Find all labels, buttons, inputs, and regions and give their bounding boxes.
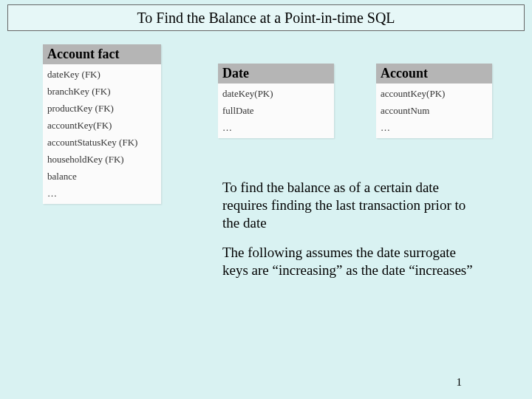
table-account: Account accountKey(PK) accountNum … (376, 64, 492, 138)
table-header-date: Date (218, 64, 334, 83)
table-rows-fact: dateKey (FK) branchKey (FK) productKey (… (43, 64, 161, 204)
table-account-fact: Account fact dateKey (FK) branchKey (FK)… (43, 44, 161, 204)
paragraph-2: The following assumes the date surrogate… (222, 244, 481, 279)
table-rows-date: dateKey(PK) fullDate … (218, 83, 334, 138)
table-row: accountKey(PK) (381, 88, 488, 100)
table-row: fullDate (222, 105, 330, 117)
table-row: dateKey (FK) (47, 69, 157, 81)
paragraph-1: To find the balance as of a certain date… (222, 179, 481, 231)
table-row: dateKey(PK) (222, 88, 330, 100)
table-rows-account: accountKey(PK) accountNum … (376, 83, 492, 138)
table-row: branchKey (FK) (47, 86, 157, 98)
table-row: balance (47, 171, 157, 183)
table-row: accountStatusKey (FK) (47, 137, 157, 149)
table-row: householdKey (FK) (47, 154, 157, 166)
table-row: … (381, 122, 488, 134)
table-row: … (222, 122, 330, 134)
table-header-fact: Account fact (43, 44, 161, 64)
slide-title: To Find the Balance at a Point-in-time S… (7, 4, 525, 31)
table-row: productKey (FK) (47, 103, 157, 115)
table-date: Date dateKey(PK) fullDate … (218, 64, 334, 138)
table-header-account: Account (376, 64, 492, 83)
table-row: … (47, 188, 157, 200)
table-row: accountNum (381, 105, 488, 117)
table-row: accountKey(FK) (47, 120, 157, 132)
page-number: 1 (457, 376, 463, 389)
